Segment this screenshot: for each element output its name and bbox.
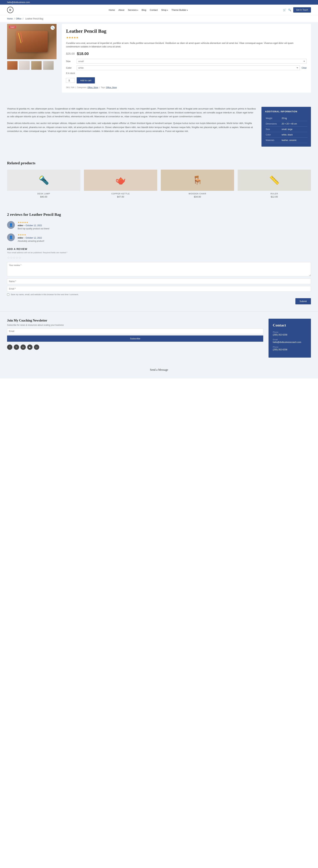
additional-info: Additional Information Weight 20 kg Dime… [261,107,311,147]
review-textarea-group [7,262,311,277]
facebook-icon[interactable]: f [7,344,12,350]
related-grid: 🔦 DESK LAMP $40.00 🫖 COPPER KETTLE $47.0… [7,169,311,198]
review-name-group [7,279,311,284]
main-nav: Home About Services Blog Contact Shop Th… [109,9,188,11]
related-image-1: 🫖 [84,169,157,191]
youtube-short-icon[interactable]: ▶ [27,344,33,350]
nav-theme-builder[interactable]: Theme Builder [172,9,188,11]
contact-title: Contact [273,323,307,328]
thumbnail-2[interactable] [19,61,30,70]
breadcrumb-home[interactable]: Home [7,18,13,20]
related-price-2: $34.00 [161,195,234,198]
info-label-dimensions: Dimensions [265,121,281,127]
twitter-icon[interactable]: 𝕏 [14,344,19,350]
main-image: Sale! 🔍 [7,24,57,59]
color-select[interactable]: white [77,65,300,70]
reviews-title: 2 reviews for Leather Pencil Bag [7,212,311,217]
info-label-materials: Materials [265,137,281,143]
product-section: Sale! 🔍 Leather Pencil Bag ★★★★★ Curabit… [0,22,318,100]
related-section: Related products 🔦 DESK LAMP $40.00 🫖 CO… [0,154,318,205]
size-option-row: Size small [66,59,307,64]
breadcrumb-office[interactable]: Office [16,18,22,20]
review-name-input[interactable] [7,279,311,284]
linkedin-icon[interactable]: in [21,344,26,350]
related-name-2: WOODEN CHAIR [161,193,234,195]
product-image [7,24,57,59]
zoom-icon[interactable]: 🔍 [50,26,55,30]
newsletter-title: Join My Coaching Newsletter [7,319,263,322]
send-message-section: Send a Message [0,365,318,378]
newsletter-description: Subscribe for news & resources about sca… [7,324,263,326]
subscribe-button[interactable]: Subscribe [7,336,263,342]
info-value-dimensions: 20 × 20 × 40 cm [281,121,308,127]
review-1: 👤 ★★★★ etdev – October 12, 2022 Absolute… [7,234,311,242]
product-title: Leather Pencil Bag [66,28,307,34]
related-title: Related products [7,161,311,165]
tags-value[interactable]: Office, Store [106,86,117,88]
related-product-1[interactable]: 🫖 COPPER KETTLE $47.00 [84,169,157,198]
review-stars-1: ★★★★ [17,234,44,236]
review-stars-0: ★★★★★ [17,221,49,224]
related-product-3[interactable]: 📏 RULER $12.00 [238,169,311,198]
related-product-2[interactable]: 🪑 WOODEN CHAIR $34.00 [161,169,234,198]
info-row-materials: Materials leather, ceramic [265,137,308,143]
youtube-icon[interactable]: ▷ [34,344,39,350]
send-message-button[interactable]: Send a Message [150,368,168,371]
cart-icon[interactable]: 🛒 [283,8,286,11]
thumbnail-3[interactable] [31,61,42,70]
contact-phone2-value: (255) 352-6258 [273,348,307,351]
rating-stars[interactable]: ☆☆☆☆☆ [7,256,311,259]
add-to-cart-button[interactable]: Add to cart [77,77,95,84]
quantity-input[interactable] [66,78,75,83]
review-save-checkbox[interactable] [7,293,9,296]
related-name-1: COPPER KETTLE [84,193,157,195]
clear-link[interactable]: Clear [302,67,307,69]
info-label-weight: Weight [265,116,281,121]
size-select[interactable]: small [77,59,307,64]
nav-blog[interactable]: Blog [142,9,146,11]
related-price-0: $40.00 [7,195,80,198]
review-email-input[interactable] [7,286,311,291]
related-image-3: 📏 [238,169,311,191]
top-bar: hello@divibusiness.com [0,0,318,5]
pencil-bag-visual [16,31,48,52]
categories-value[interactable]: Office, Store [87,86,98,88]
color-label: Color [66,66,75,69]
submit-button[interactable]: Submit [295,298,311,304]
nav-services[interactable]: Services [128,9,138,11]
review-checkbox-group: Save my name, email, and website in this… [7,293,311,296]
review-text-0: Best top-quality product out there! [17,227,49,230]
nav-shop[interactable]: Shop [161,9,168,11]
review-text-1: Absolutely amazing product! [17,240,44,242]
review-date-0: October 12, 2022 [26,224,42,227]
related-product-0[interactable]: 🔦 DESK LAMP $40.00 [7,169,80,198]
review-avatar-0: 👤 [7,221,15,229]
review-textarea[interactable] [7,262,311,276]
contact-email-link[interactable]: hello@divibusinesscoach.com [273,341,301,343]
header: D Home About Services Blog Contact Shop … [0,5,318,16]
logo-icon[interactable]: D [7,7,13,13]
product-description: Curabitur arcu erat, accumsan id imperdi… [66,41,307,49]
nav-home[interactable]: Home [109,9,115,11]
contact-phone-label: Phone [273,331,307,333]
newsletter-email-input[interactable] [7,329,263,334]
sale-badge: Sale! [9,26,16,29]
contact-column: Contact Phone (255) 352-6258 Email hello… [269,319,311,358]
review-meta-0: etdev – October 12, 2022 [17,224,49,227]
reviews-section: 2 reviews for Leather Pencil Bag 👤 ★★★★★… [0,205,318,311]
breadcrumb: Home / Office / Leather Pencil Bag [0,16,318,22]
review-content-1: ★★★★ etdev – October 12, 2022 Absolutely… [17,234,44,242]
add-review-title: ADD A REVIEW [7,248,311,250]
info-value-color: white, black [281,132,308,137]
get-in-touch-button[interactable]: Get In Touch [293,7,311,12]
related-image-2: 🪑 [161,169,234,191]
thumbnail-4[interactable] [43,61,54,70]
contact-phone2-label: Phone [273,346,307,348]
thumbnail-1[interactable] [7,61,17,70]
search-icon[interactable]: 🔍 [288,8,291,11]
nav-contact[interactable]: Contact [150,9,158,11]
review-meta-1: etdev – October 12, 2022 [17,237,44,239]
contact-email-value[interactable]: hello@divibusinesscoach.com [273,341,307,343]
nav-about[interactable]: About [118,9,125,11]
info-row-size: Size small, large [265,127,308,132]
